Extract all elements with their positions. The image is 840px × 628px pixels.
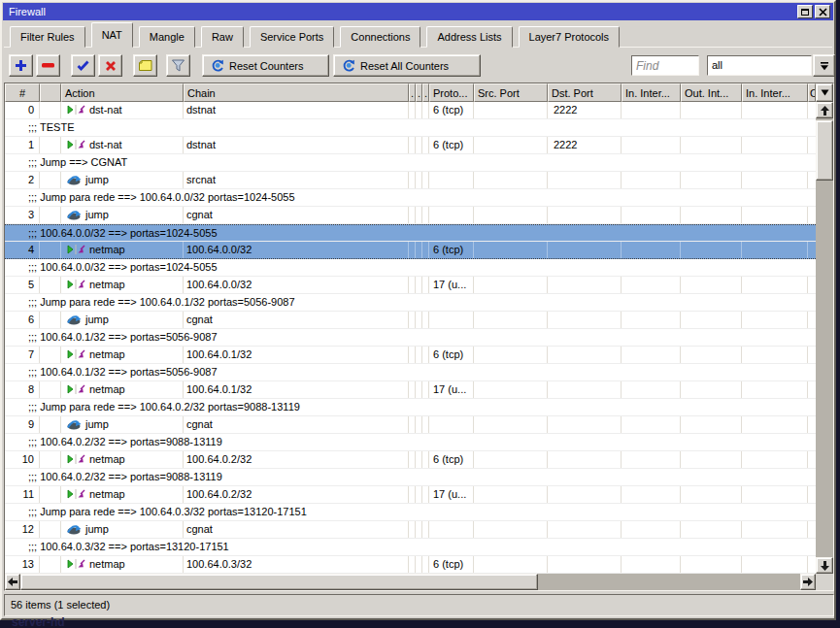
action-label: netmap (89, 348, 125, 360)
header-number[interactable]: # (5, 83, 40, 102)
header-out-interface[interactable]: Out. Int... (681, 83, 742, 102)
rule-row[interactable]: 5netmap100.64.0.0/3217 (u... (5, 277, 816, 294)
cell-in-interface-list (742, 556, 808, 573)
find-input[interactable] (631, 55, 699, 76)
rule-row[interactable]: 10netmap100.64.0.2/326 (tcp) (5, 451, 816, 469)
column-select-button[interactable] (816, 83, 833, 102)
filter-dropdown-button[interactable] (813, 54, 835, 77)
horizontal-scroll-thumb[interactable] (20, 574, 538, 590)
cell-dst-port (548, 416, 622, 433)
add-button[interactable] (9, 54, 33, 77)
comment-row[interactable]: ;;; Jump para rede ==> 100.64.0.2/32 por… (5, 399, 816, 416)
rule-row[interactable]: 12jumpcgnat (5, 521, 816, 539)
tab-bar: Filter RulesNATMangleRawService PortsCon… (4, 21, 832, 48)
comment-row[interactable]: ;;; 100.64.0.1/32 ==> portas=5056-9087 (5, 364, 816, 381)
rule-row[interactable]: 3jumpcgnat (5, 207, 816, 224)
header-action[interactable]: Action (61, 83, 184, 102)
maximize-button[interactable] (797, 5, 813, 18)
scroll-right-button[interactable] (800, 574, 816, 590)
tab-raw[interactable]: Raw (201, 26, 244, 48)
comment-button[interactable] (133, 54, 157, 77)
comment-row[interactable]: ;;; Jump para rede ==> 100.64.0.0/32 por… (5, 189, 816, 207)
comment-row[interactable]: ;;; 100.64.0.1/32 ==> portas=5056-9087 (5, 329, 816, 347)
header-narrow-2[interactable]: . (416, 83, 422, 102)
rule-row[interactable]: 2jumpsrcnat (5, 172, 816, 189)
comment-row[interactable]: ;;; 100.64.0.3/32 ==> portas=13120-17151 (5, 539, 816, 556)
comment-row[interactable]: ;;; TESTE (5, 119, 816, 137)
header-narrow-3[interactable]: . (422, 83, 429, 102)
cell-blank (40, 207, 61, 223)
tab-address-lists[interactable]: Address Lists (426, 26, 512, 48)
filter-dropdown[interactable]: all (707, 55, 812, 76)
header-narrow-1[interactable]: . (409, 83, 416, 102)
comment-row[interactable]: ;;; Jump para rede ==> 100.64.0.3/32 por… (5, 504, 816, 521)
comment-row[interactable]: ;;; 100.64.0.2/32 ==> portas=9088-13119 (5, 469, 816, 486)
header-dst-port[interactable]: Dst. Port (548, 83, 622, 102)
jump-icon (66, 418, 85, 430)
rule-row[interactable]: 8netmap100.64.0.1/3217 (u... (5, 381, 816, 399)
rule-row[interactable]: 0dst-natdstnat6 (tcp)2222 (5, 102, 816, 119)
cell-narrow (409, 486, 416, 503)
comment-row[interactable]: ;;; 100.64.0.0/32 ==> portas=1024-5055 (5, 259, 816, 277)
action-label: dst-nat (89, 139, 122, 150)
cell-narrow (422, 556, 429, 573)
comment-row[interactable]: ;;; Jump para rede ==> 100.64.0.1/32 por… (5, 294, 816, 312)
rule-row[interactable]: 11netmap100.64.0.2/3217 (u... (5, 486, 816, 504)
cell-narrow (416, 207, 422, 223)
close-button[interactable] (815, 5, 830, 18)
scroll-down-button[interactable] (816, 557, 833, 574)
horizontal-scrollbar[interactable] (5, 574, 816, 590)
tab-service-ports[interactable]: Service Ports (250, 26, 334, 48)
cell-out-interface (681, 486, 742, 503)
cell-protocol: 6 (tcp) (429, 137, 474, 153)
status-bar: 56 items (1 selected) (4, 594, 834, 616)
titlebar[interactable]: Firewall (3, 3, 833, 20)
cell-number: 4 (5, 242, 40, 258)
cell-number: 8 (5, 381, 40, 398)
cell-blank (40, 312, 61, 328)
comment-row[interactable]: ;;; Jump ==> CGNAT (5, 154, 816, 172)
cell-narrow (422, 207, 429, 223)
comment-text: ;;; 100.64.0.2/32 ==> portas=9088-13119 (28, 436, 222, 448)
scroll-left-button[interactable] (5, 574, 20, 590)
tab-nat[interactable]: NAT (91, 22, 133, 48)
rule-row[interactable]: 1dst-natdstnat6 (tcp)2222 (5, 137, 816, 154)
tab-layer7-protocols[interactable]: Layer7 Protocols (519, 26, 621, 48)
tab-mangle[interactable]: Mangle (139, 26, 195, 48)
header-protocol[interactable]: Proto... (429, 83, 474, 102)
header-src-port[interactable]: Src. Port (474, 83, 548, 102)
header-in-interface[interactable]: In. Inter... (622, 83, 681, 102)
header-out-clipped[interactable]: O... (808, 83, 816, 102)
cell-narrow (416, 486, 422, 503)
reset-all-counters-button[interactable]: Reset All Counters (333, 54, 481, 77)
cross-icon (105, 60, 117, 72)
scroll-up-button[interactable] (816, 102, 833, 118)
rule-row[interactable]: 7netmap100.64.0.1/326 (tcp) (5, 347, 816, 364)
header-blank[interactable] (40, 83, 61, 102)
tab-filter-rules[interactable]: Filter Rules (10, 26, 85, 48)
remove-button[interactable] (36, 54, 60, 77)
rule-row[interactable]: 4netmap100.64.0.0/326 (tcp) (5, 242, 816, 259)
netmap-icon (66, 279, 89, 290)
disable-button[interactable] (98, 54, 122, 77)
enable-button[interactable] (71, 54, 95, 77)
header-chain[interactable]: Chain (184, 83, 409, 102)
status-text: 56 items (1 selected) (11, 599, 110, 611)
cell-clipped (808, 451, 816, 468)
vertical-scroll-thumb[interactable] (816, 120, 833, 181)
comment-row[interactable]: ;;; 100.64.0.2/32 ==> portas=9088-13119 (5, 434, 816, 451)
reset-counters-button[interactable]: Reset Counters (202, 54, 329, 77)
cell-dst-port: 2222 (548, 137, 622, 153)
tab-connections[interactable]: Connections (340, 26, 420, 48)
cell-action: jump (61, 172, 184, 188)
rule-row[interactable]: 13netmap100.64.0.3/326 (tcp) (5, 556, 816, 574)
netmap-icon (66, 488, 89, 500)
cell-clipped (808, 416, 816, 433)
filter-button[interactable] (166, 54, 190, 77)
header-in-interface-list[interactable]: In. Inter... (742, 83, 808, 102)
rule-row[interactable]: 9jumpcgnat (5, 416, 816, 434)
comment-row[interactable]: ;;; 100.64.0.0/32 ==> portas=1024-5055 (5, 224, 816, 242)
vertical-scrollbar[interactable] (816, 83, 833, 590)
minus-icon (42, 63, 54, 68)
rule-row[interactable]: 6jumpcgnat (5, 312, 816, 329)
